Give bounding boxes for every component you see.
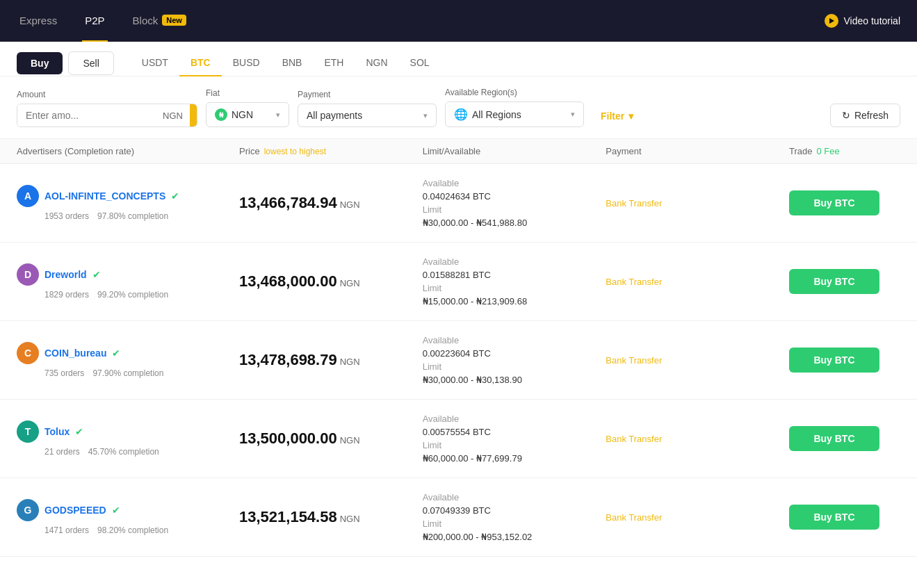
verified-icon: ✔ (112, 348, 120, 359)
order-count: 1829 orders (44, 290, 89, 300)
region-group: Available Region(s) 🌐 All Regions ▾ (445, 88, 584, 127)
available-label: Available (423, 335, 460, 345)
limit-col: Available 0.07049339 BTC Limit ₦200,000.… (423, 492, 606, 542)
available-value: 0.00223604 BTC (423, 348, 606, 359)
completion-rate: 98.20% completion (97, 525, 168, 535)
advertiser-name[interactable]: Dreworld (44, 269, 87, 280)
tab-btc[interactable]: BTC (179, 50, 222, 76)
price-unit: NGN (340, 199, 360, 210)
advertiser-top: G GODSPEEED ✔ (17, 499, 239, 521)
amount-label: Amount (17, 90, 197, 99)
region-chevron-icon: ▾ (571, 110, 575, 119)
search-button[interactable]: Search (190, 104, 197, 126)
advertiser-top: A AOL-INFINTE_CONCEPTS ✔ (17, 185, 239, 207)
sell-tab[interactable]: Sell (68, 51, 113, 75)
tabs-row: Buy Sell USDT BTC BUSD BNB ETH NGN SOL (0, 42, 917, 76)
available-value: 0.00575554 BTC (423, 427, 606, 437)
payment-col: Bank Transfer (606, 355, 789, 366)
tab-sol[interactable]: SOL (399, 50, 441, 76)
limit-value: ₦200,000.00 - ₦953,152.02 (423, 532, 606, 542)
nav-video-tutorial[interactable]: Video tutorial (825, 14, 900, 28)
amount-input[interactable] (17, 104, 156, 126)
nav-block-label: Block (133, 15, 159, 26)
header-payment: Payment (606, 146, 789, 156)
nav-item-express[interactable]: Express (17, 0, 60, 42)
advertiser-top: C COIN_bureau ✔ (17, 342, 239, 364)
refresh-button[interactable]: ↻ Refresh (830, 104, 900, 127)
verified-icon: ✔ (92, 269, 101, 280)
advertiser-stats: 735 orders 97.90% completion (44, 368, 239, 378)
region-select[interactable]: 🌐 All Regions ▾ (445, 101, 584, 127)
advertiser-name[interactable]: COIN_bureau (44, 348, 106, 359)
trade-col: Buy BTC (789, 348, 900, 373)
payment-select[interactable]: All payments ▾ (298, 104, 437, 127)
filter-button[interactable]: Filter ▾ (598, 105, 636, 127)
order-count: 1953 orders (44, 211, 89, 221)
top-nav: Express P2P Block New Video tutorial (0, 0, 917, 42)
play-icon (825, 14, 838, 28)
trade-col: Buy BTC (789, 190, 900, 215)
limit-label: Limit (423, 440, 441, 450)
payment-col: Bank Transfer (606, 277, 789, 287)
price-sort-btn[interactable]: lowest to highest (264, 147, 326, 156)
advertiser-col: D Dreworld ✔ 1829 orders 99.20% completi… (17, 263, 239, 300)
refresh-label: Refresh (854, 110, 888, 121)
verified-icon: ✔ (112, 505, 120, 516)
advertiser-name[interactable]: Tolux (44, 426, 70, 437)
amount-currency-label: NGN (156, 105, 190, 126)
buy-button[interactable]: Buy BTC (789, 348, 879, 373)
refresh-icon: ↻ (842, 110, 850, 121)
limit-col: Available 0.01588281 BTC Limit ₦15,000.0… (423, 256, 606, 307)
fiat-select[interactable]: ₦ NGN ▾ (206, 102, 289, 127)
advertiser-name[interactable]: GODSPEEED (44, 505, 106, 516)
tab-ngn[interactable]: NGN (355, 50, 398, 76)
nav-left: Express P2P Block New (17, 0, 189, 42)
nav-block-badge: New (162, 15, 186, 26)
completion-rate: 99.20% completion (97, 290, 168, 300)
limit-value: ₦60,000.00 - ₦77,699.79 (423, 453, 606, 464)
buy-button[interactable]: Buy BTC (789, 190, 879, 215)
nav-item-block[interactable]: Block New (130, 0, 189, 42)
buy-tab[interactable]: Buy (17, 52, 63, 74)
nav-item-p2p[interactable]: P2P (82, 0, 107, 42)
avatar: G (17, 499, 39, 521)
verified-icon: ✔ (171, 190, 179, 202)
price-col: 13,478,698.79NGN (239, 351, 423, 369)
available-value: 0.01588281 BTC (423, 270, 606, 280)
buy-button[interactable]: Buy BTC (789, 505, 879, 530)
region-label: Available Region(s) (445, 88, 584, 97)
tab-usdt[interactable]: USDT (131, 50, 179, 76)
tab-bnb[interactable]: BNB (271, 50, 314, 76)
buy-button[interactable]: Buy BTC (789, 269, 879, 294)
tab-busd[interactable]: BUSD (222, 50, 271, 76)
advertiser-name[interactable]: AOL-INFINTE_CONCEPTS (44, 190, 165, 202)
available-label: Available (423, 492, 460, 503)
globe-icon: 🌐 (454, 108, 468, 121)
limit-col: Available 0.00575554 BTC Limit ₦60,000.0… (423, 414, 606, 464)
header-trade: Trade 0 Fee (789, 146, 900, 156)
advertiser-stats: 1471 orders 98.20% completion (44, 525, 239, 535)
table-row: D Dreworld ✔ 1829 orders 99.20% completi… (0, 243, 917, 321)
completion-rate: 97.90% completion (92, 368, 163, 378)
table-header: Advertisers (Completion rate) Price lowe… (0, 139, 917, 164)
order-count: 1471 orders (44, 525, 89, 535)
header-price: Price lowest to highest (239, 146, 423, 156)
advertiser-col: G GODSPEEED ✔ 1471 orders 98.20% complet… (17, 499, 239, 535)
limit-label: Limit (423, 518, 441, 529)
nav-express-label: Express (19, 15, 57, 26)
advertiser-stats: 1953 orders 97.80% completion (44, 211, 239, 221)
table-row: A AOL-INFINTE_CONCEPTS ✔ 1953 orders 97.… (0, 164, 917, 243)
price-col: 13,500,000.00NGN (239, 430, 423, 448)
payment-group: Payment All payments ▾ (298, 90, 437, 127)
table-row: G GODSPEEED ✔ 1471 orders 98.20% complet… (0, 478, 917, 557)
trade-col: Buy BTC (789, 505, 900, 530)
trade-rows: A AOL-INFINTE_CONCEPTS ✔ 1953 orders 97.… (0, 164, 917, 557)
fiat-group: Fiat ₦ NGN ▾ (206, 88, 289, 127)
advertiser-top: T Tolux ✔ (17, 420, 239, 443)
tab-eth[interactable]: ETH (313, 50, 355, 76)
limit-label: Limit (423, 204, 441, 215)
buy-button[interactable]: Buy BTC (789, 426, 879, 451)
payment-col: Bank Transfer (606, 198, 789, 209)
verified-icon: ✔ (75, 426, 83, 437)
completion-rate: 45.70% completion (88, 447, 159, 457)
